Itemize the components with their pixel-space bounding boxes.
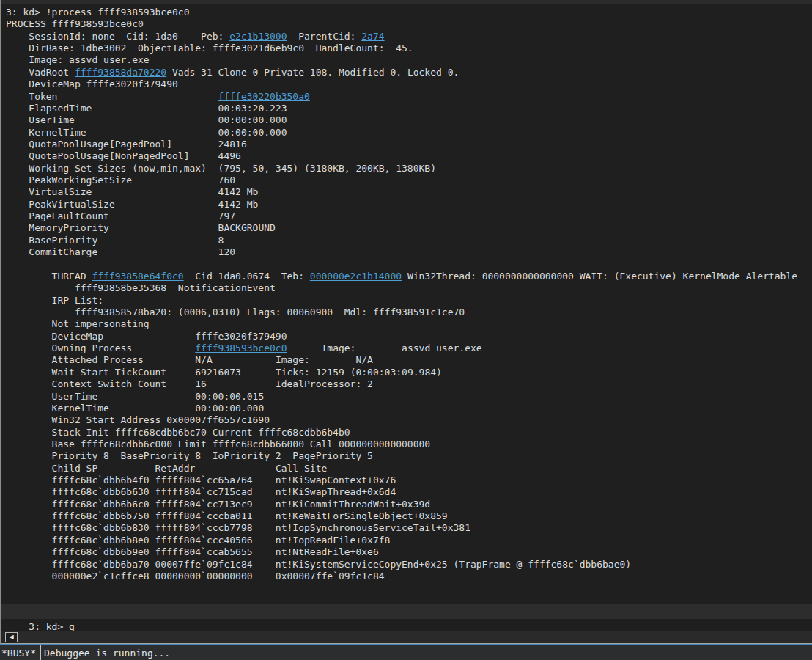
scroll-left-button[interactable]: ◀ [5, 632, 18, 642]
console-text: KernelTime [6, 403, 109, 414]
status-bar: *BUSY* Debuggee is running... [0, 644, 812, 660]
console-text: VirtualSize [6, 186, 92, 197]
command-output[interactable]: 3: kd> !process ffff938593bce0c0PROCESS … [1, 4, 812, 604]
console-line: ffffc68c`dbb6b4f0 fffff804`cc65a764 nt!K… [6, 474, 812, 486]
console-line: KernelTime 00:00:00.000 [6, 127, 812, 139]
console-text: UserTime [6, 114, 75, 125]
dml-link[interactable]: 2a74 [361, 31, 384, 42]
dml-link[interactable]: ffff93858da70220 [75, 67, 166, 78]
console-text: Not impersonating [6, 318, 150, 329]
console-line: ffffc68c`dbb6b630 fffff804`cc715cad nt!K… [6, 486, 812, 498]
console-text: Image: assvd_user.exe [6, 54, 150, 65]
console-text: (795, 50, 345) (3180KB, 200KB, 1380KB) [218, 163, 436, 174]
console-text: ffffc68c`dbb6b6c0 fffff804`cc713ec9 [6, 499, 253, 510]
dml-link[interactable]: ffff938593bce0c0 [195, 342, 287, 353]
dml-link[interactable]: e2c1b13000 [229, 31, 287, 42]
console-text: RetAddr [155, 463, 196, 474]
console-text: 69216073 [195, 367, 241, 378]
console-text: Child-SP [6, 463, 97, 474]
console-text: KernelTime [6, 127, 86, 138]
console-text: ffff93858be35368 NotificationEvent [6, 282, 276, 293]
dml-link[interactable]: 000000e2c1b14000 [310, 271, 402, 282]
console-line: DeviceMap ffffe3020f379490 [6, 331, 812, 342]
console-text: nt!KiSwapContext+0x76 [276, 474, 396, 485]
console-line: Not impersonating [6, 318, 812, 330]
console-line: SessionId: none Cid: 1da0 Peb: e2c1b1300… [6, 31, 812, 43]
console-text: DeviceMap ffffe3020f379490 [6, 78, 178, 89]
console-text: PeakVirtualSize [6, 199, 115, 210]
console-line: Owning Process ffff938593bce0c0 Image: a… [6, 342, 812, 354]
console-line: ffffc68c`dbb6b6c0 fffff804`cc713ec9 nt!K… [6, 499, 812, 510]
console-text: 120 [218, 246, 235, 257]
horizontal-scrollbar[interactable]: ◀ [1, 631, 812, 644]
console-text: nt!NtReadFile+0xe6 [276, 546, 379, 557]
console-text: Context Switch Count [6, 378, 166, 389]
console-text: assvd_user.exe [402, 342, 482, 353]
console-line: Context Switch Count 16 IdealProcessor: … [6, 378, 812, 390]
console-line: BasePriority 8 [6, 235, 812, 246]
console-text: 760 [218, 175, 235, 186]
console-line: VirtualSize 4142 Mb [6, 186, 812, 198]
console-text: Owning Process [6, 342, 132, 353]
console-text: Win32 Start Address 0x00007ff6557c1690 [6, 414, 270, 425]
console-text: VadRoot [6, 67, 75, 78]
console-text: ffffc68c`dbb6b630 fffff804`cc715cad [6, 486, 253, 497]
console-text: ParentCid: [287, 31, 362, 42]
console-text: ffffc68c`dbb6b8e0 fffff804`ccc40506 [6, 535, 253, 546]
console-text: ffffc68c`dbb6b750 fffff804`cccba011 [6, 510, 253, 521]
console-line: QuotaPoolUsage[PagedPool] 24816 [6, 139, 812, 150]
console-text: MemoryPriority [6, 222, 109, 233]
console-text: CommitCharge [6, 246, 97, 257]
console-line: UserTime 00:00:00.015 [6, 391, 812, 403]
console-line: ffffc68c`dbb6ba70 00007ffe`09fc1c84 nt!K… [6, 559, 812, 571]
console-text: 0x00007ffe`09fc1c84 [276, 571, 385, 582]
console-line: 3: kd> !process ffff938593bce0c0 [6, 7, 812, 18]
console-text: QuotaPoolUsage[NonPagedPool] [6, 150, 189, 161]
console-line: ffffc68c`dbb6b8e0 fffff804`ccc40506 nt!I… [6, 535, 812, 546]
console-text: 24816 [218, 139, 247, 150]
console-line: DeviceMap ffffe3020f379490 [6, 78, 812, 90]
console-line: Image: assvd_user.exe [6, 54, 812, 66]
command-input-row[interactable]: 3: kd> g [1, 604, 812, 619]
console-text: ElapsedTime [6, 103, 92, 114]
windbg-command-window: 3: kd> !process ffff938593bce0c0PROCESS … [0, 0, 812, 660]
console-text: Cid 1da0.0674 Teb: [184, 271, 310, 282]
console-line: Stack Init ffffc68cdbb6bc70 Current ffff… [6, 427, 812, 439]
console-line: Win32 Start Address 0x00007ff6557c1690 [6, 414, 812, 426]
console-text: DirBase: 1dbe3002 ObjectTable: ffffe3021… [6, 43, 413, 54]
console-line: VadRoot ffff93858da70220 Vads 31 Clone 0… [6, 67, 812, 78]
console-text: PeakWorkingSetSize [6, 175, 132, 186]
console-text: N/A [355, 354, 372, 365]
console-line: Wait Start TickCount 69216073 Ticks: 121… [6, 367, 812, 378]
console-text: nt!IopReadFile+0x7f8 [276, 535, 391, 546]
console-line: ffffc68c`dbb6b750 fffff804`cccba011 nt!K… [6, 510, 812, 522]
console-text: UserTime [6, 391, 97, 402]
console-text: 00:00:00.000 [195, 403, 264, 414]
console-text: 00:00:00.000 [218, 127, 287, 138]
scrollbar-track[interactable] [18, 631, 812, 643]
console-text: SessionId: none Cid: 1da0 Peb: [6, 31, 229, 42]
console-text: Ticks: 12159 (0:00:03:09.984) [276, 367, 442, 378]
console-text: N/A [195, 354, 212, 365]
console-text: nt!KeWaitForSingleObject+0x859 [276, 510, 448, 521]
console-text: 4496 [218, 150, 241, 161]
console-line: UserTime 00:00:00.000 [6, 114, 812, 126]
console-line [6, 259, 812, 271]
console-line: PageFaultCount 797 [6, 210, 812, 222]
console-text: IdealProcessor: 2 [276, 378, 373, 389]
scroll-left-icon: ◀ [9, 634, 13, 640]
dml-link[interactable]: ffffe30220b350a0 [218, 91, 310, 102]
dml-link[interactable]: ffff93858e64f0c0 [92, 271, 183, 282]
busy-indicator: *BUSY* [0, 645, 41, 660]
console-line: ElapsedTime 00:03:20.223 [6, 103, 812, 114]
console-line: ffffc68c`dbb6b9e0 fffff804`ccab5655 nt!N… [6, 546, 812, 558]
console-line: Child-SP RetAddr Call Site [6, 463, 812, 474]
console-text: ffffc68c`dbb6b9e0 fffff804`ccab5655 [6, 546, 253, 557]
console-text: Attached Process [6, 354, 144, 365]
console-text: Stack Init ffffc68cdbb6bc70 Current ffff… [6, 427, 350, 438]
console-line: IRP List: [6, 295, 812, 307]
console-line: KernelTime 00:00:00.000 [6, 403, 812, 414]
console-line: THREAD ffff93858e64f0c0 Cid 1da0.0674 Te… [6, 271, 812, 282]
console-line: Attached Process N/A Image: N/A [6, 354, 812, 366]
console-text: 000000e2`c1cffce8 00000000`00000000 [6, 571, 253, 582]
